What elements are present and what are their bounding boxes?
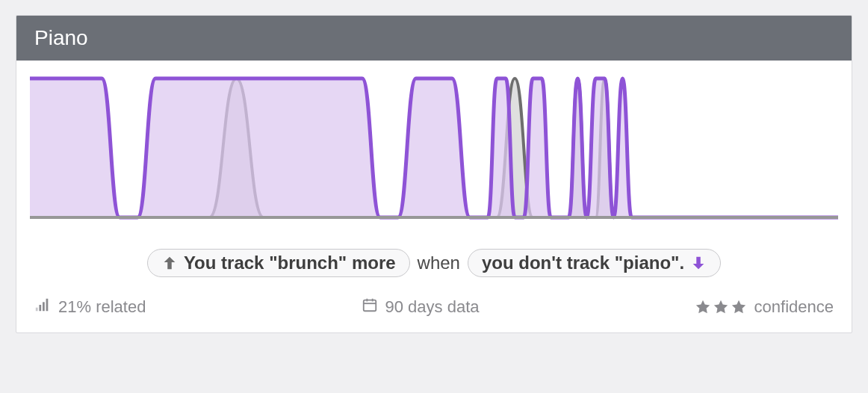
confidence-stars [695,299,747,315]
related-text: 21% related [58,297,146,317]
card-title: Piano [34,26,88,49]
calendar-icon [362,297,378,318]
arrow-down-icon [690,255,707,271]
correlation-chart [30,74,838,231]
insight-pill-right[interactable]: you don't track "piano". [468,249,721,277]
svg-rect-0 [36,308,38,312]
related-stat: 21% related [34,297,146,318]
card-footer: 21% related 90 days data confidence [16,291,852,332]
star-icon [731,299,747,315]
insight-row: You track "brunch" more when you don't t… [16,231,852,291]
svg-rect-4 [363,300,376,312]
svg-rect-3 [46,299,49,312]
insight-right-text: you don't track "piano". [482,253,684,273]
insight-middle-text: when [418,253,460,273]
star-icon [695,299,711,315]
svg-rect-1 [39,305,41,311]
arrow-up-icon [161,255,178,271]
insight-pill-left[interactable]: You track "brunch" more [147,249,410,277]
confidence-stat: confidence [695,297,834,317]
signal-bars-icon [34,297,51,318]
card-header: Piano [16,16,852,61]
chart-area [16,61,852,231]
star-icon [713,299,729,315]
insight-left-text: You track "brunch" more [184,253,396,273]
correlation-card: Piano You track "brunch" more when you d… [16,15,852,333]
svg-rect-2 [43,302,45,311]
confidence-text: confidence [754,297,834,317]
range-text: 90 days data [385,297,480,317]
range-stat: 90 days data [362,297,480,318]
